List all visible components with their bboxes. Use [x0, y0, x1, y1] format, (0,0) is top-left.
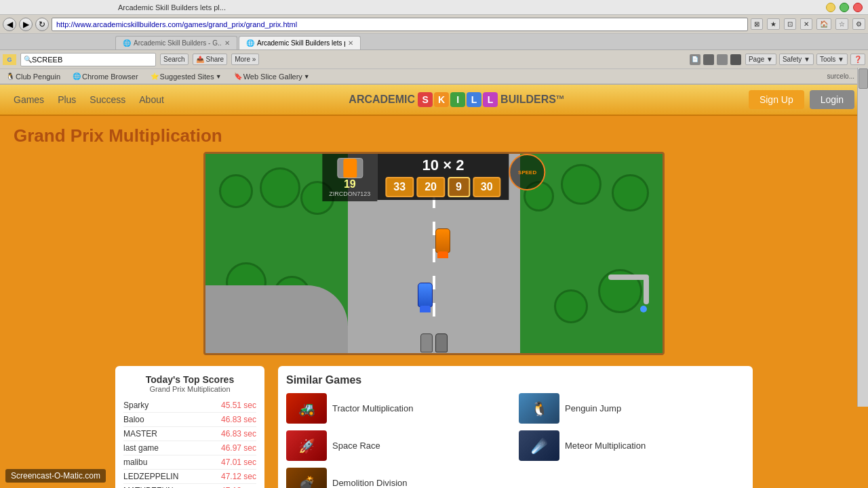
- logo-skill-letters: S K I L L: [418, 92, 498, 107]
- tab-label-2: Arcademic Skill Builders lets pl...: [257, 39, 345, 47]
- user-label: surcelo...: [827, 73, 854, 80]
- score-time-3: 46.97 sec: [221, 443, 256, 453]
- settings-icon2[interactable]: ⚙: [852, 18, 865, 30]
- score-name-1: Baloo: [123, 415, 144, 424]
- road-dash-4: [433, 276, 435, 289]
- tab-favicon-1: 🌐: [123, 39, 131, 47]
- logo-arcademic: ARCADEMIC: [349, 94, 415, 106]
- score-name-4: malibu: [123, 458, 147, 467]
- road-dot: [640, 306, 647, 312]
- toolbar-bar: G 🔍 Search 📤 Share More » 📄 Page ▼ Safet…: [0, 50, 868, 69]
- game-hud: 19 ZIRCDON7123 10 × 2 33 20 9 30 SPEED: [322, 154, 545, 201]
- fav-chrome[interactable]: 🌐 Chrome Browser: [69, 70, 142, 83]
- answer-btn-3[interactable]: 30: [473, 177, 501, 197]
- hud-question-panel: 10 × 2 33 20 9 30: [377, 154, 509, 200]
- maximize-btn[interactable]: [840, 3, 849, 12]
- similar-item-3[interactable]: ☄️ Meteor Multiplication: [519, 430, 745, 461]
- similar-name-4: Demolition Division: [332, 478, 408, 488]
- similar-item-4[interactable]: 💣 Demolition Division: [286, 468, 512, 488]
- similar-name-2: Space Race: [332, 441, 380, 451]
- hud-speedometer: SPEED: [509, 154, 546, 190]
- nav-plus[interactable]: Plus: [58, 94, 76, 105]
- tree-r5: [554, 289, 588, 323]
- share-button[interactable]: 📤 Share: [193, 54, 227, 65]
- similar-thumb-1: 🐧: [519, 393, 559, 424]
- login-button[interactable]: Login: [810, 90, 854, 109]
- fav-icon-webslice: 🔖: [234, 73, 242, 80]
- scores-subtitle: Grand Prix Multiplication: [123, 385, 256, 393]
- logo-letter-i: I: [450, 92, 465, 107]
- close-window-icon[interactable]: ✕: [800, 18, 812, 30]
- tab-2[interactable]: 🌐 Arcademic Skill Builders lets pl... ✕: [239, 36, 361, 49]
- help-button[interactable]: ❓: [850, 54, 865, 65]
- road-dash-5: [433, 303, 435, 317]
- scores-title: Today's Top Scores: [123, 374, 256, 385]
- road-uturn: [205, 285, 348, 353]
- favorites-toolbar: 📄: [690, 54, 741, 65]
- similar-item-2[interactable]: 🚀 Space Race: [286, 430, 512, 461]
- safety-button[interactable]: Safety ▼: [779, 54, 814, 65]
- site-logo: ARCADEMIC S K I L L BUILDERSTM: [349, 92, 564, 107]
- score-time-0: 45.51 sec: [221, 401, 256, 410]
- answer-btn-2[interactable]: 9: [448, 177, 470, 197]
- favorites-icon[interactable]: ★: [767, 18, 780, 30]
- tab-close-2[interactable]: ✕: [348, 39, 353, 47]
- scores-section: Today's Top Scores Grand Prix Multiplica…: [115, 366, 264, 488]
- nav-about[interactable]: About: [139, 94, 164, 105]
- close-btn[interactable]: [853, 3, 863, 12]
- hud-answers[interactable]: 33 20 9 30: [385, 177, 500, 197]
- site-wrapper: Games Plus Success About ARCADEMIC S K I…: [0, 85, 868, 488]
- fav-club-penguin[interactable]: 🐧 Club Penguin: [3, 70, 64, 83]
- tab-close-1[interactable]: ✕: [224, 39, 230, 47]
- star-icon[interactable]: ☆: [835, 18, 848, 30]
- refresh-button[interactable]: ↻: [35, 18, 49, 31]
- score-name-2: MASTER: [123, 429, 157, 439]
- tree-r2: [561, 164, 601, 205]
- nav-games[interactable]: Games: [14, 94, 44, 105]
- minimize-btn[interactable]: [826, 3, 835, 12]
- score-row-1: Baloo 46.83 sec: [123, 413, 256, 427]
- search-button[interactable]: Search: [160, 54, 189, 65]
- share-icon: 📤: [196, 56, 204, 63]
- scrollbar[interactable]: [857, 68, 868, 407]
- fav-dropdown-suggested[interactable]: ▼: [216, 73, 222, 80]
- signup-button[interactable]: Sign Up: [749, 90, 804, 109]
- fav-dropdown-webslice[interactable]: ▼: [304, 73, 310, 80]
- similar-item-0[interactable]: 🚜 Tractor Multiplication: [286, 393, 512, 424]
- search-input[interactable]: [32, 56, 140, 64]
- more-button[interactable]: More »: [231, 54, 259, 65]
- similar-title: Similar Games: [286, 374, 745, 386]
- fav-suggested[interactable]: ⭐ Suggested Sites ▼: [147, 70, 225, 83]
- forward-button[interactable]: ▶: [19, 18, 33, 31]
- window-icon2[interactable]: ⊡: [784, 18, 796, 30]
- similar-thumb-0: 🚜: [286, 393, 327, 424]
- window-resize-icon[interactable]: ⊠: [751, 18, 763, 30]
- logo-builders: BUILDERSTM: [500, 94, 564, 106]
- address-bar[interactable]: http://www.arcademicskillbuilders.com/ga…: [52, 18, 748, 31]
- game-container[interactable]: 19 ZIRCDON7123 10 × 2 33 20 9 30 SPEED: [203, 152, 665, 355]
- similar-section: Similar Games 🚜 Tractor Multiplication 🐧…: [278, 366, 753, 488]
- tab-1[interactable]: 🌐 Arcademic Skill Builders - G... ✕: [115, 36, 237, 49]
- hud-score: 19: [344, 178, 356, 190]
- score-row-0: Sparky 45.51 sec: [123, 399, 256, 413]
- back-button[interactable]: ◀: [3, 18, 16, 31]
- home-icon[interactable]: 🏠: [816, 18, 831, 30]
- answer-btn-0[interactable]: 33: [385, 177, 414, 197]
- nav-success[interactable]: Success: [90, 94, 125, 105]
- score-name-5: LEDZEPPELIN: [123, 472, 178, 481]
- tools-button[interactable]: Tools ▼: [816, 54, 848, 65]
- google-icon[interactable]: G: [3, 54, 16, 65]
- google-search-wrap[interactable]: 🔍: [20, 53, 156, 66]
- similar-name-0: Tractor Multiplication: [332, 403, 413, 413]
- answer-btn-1[interactable]: 20: [416, 177, 445, 197]
- hud-player-name: ZIRCDON7123: [329, 190, 370, 197]
- score-time-4: 47.01 sec: [221, 458, 256, 467]
- similar-item-1[interactable]: 🐧 Penguin Jump: [519, 393, 745, 424]
- similar-thumb-2: 🚀: [286, 430, 327, 461]
- fav-web-slice[interactable]: 🔖 Web Slice Gallery ▼: [231, 70, 313, 83]
- scrollbar-thumb[interactable]: [859, 68, 868, 89]
- browser-chrome: Arcademic Skill Builders lets pl... ◀ ▶ …: [0, 0, 868, 85]
- page-button[interactable]: Page ▼: [745, 54, 776, 65]
- similar-thumb-3: ☄️: [519, 430, 559, 461]
- toolbar-icon-4: [730, 54, 741, 65]
